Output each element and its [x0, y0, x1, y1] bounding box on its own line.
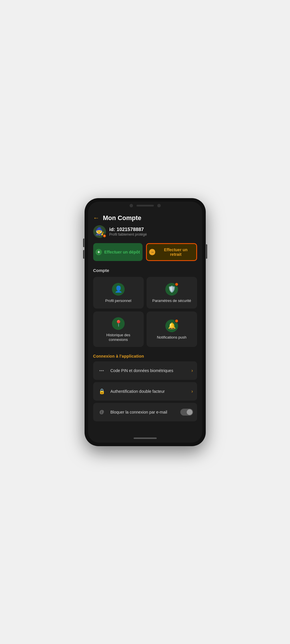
status-bar [88, 202, 202, 210]
historique-icon-wrap: 📍 [112, 317, 125, 330]
deposit-button[interactable]: + Effectuer un dépôt [93, 243, 143, 261]
profil-label: Profil personnel [105, 298, 131, 303]
lock-icon: 🔒 [97, 387, 106, 396]
volume-down-button[interactable] [83, 250, 84, 259]
withdraw-icon: → [149, 249, 156, 255]
compte-grid: 👤 Profil personnel 🛡️ Paramètres de sécu… [93, 277, 197, 347]
withdraw-button[interactable]: → Effectuer un retrait [146, 243, 197, 261]
power-button[interactable] [206, 244, 207, 259]
securite-label: Paramètres de sécurité [152, 298, 191, 303]
notifications-icon: 🔔 [168, 322, 176, 330]
connexion-section-title: Connexion à l'application [93, 354, 197, 358]
profile-id: id: 1021578887 [109, 227, 147, 232]
notifications-icon-wrap: 🔔 [165, 320, 178, 332]
home-bar [88, 434, 202, 443]
at-icon: @ [97, 408, 106, 417]
historique-label: Historique des connexions [97, 333, 140, 343]
profil-personnel-card[interactable]: 👤 Profil personnel [93, 277, 144, 309]
email-block-label: Bloquer la connexion par e-mail [111, 410, 176, 414]
deposit-icon: + [96, 249, 102, 255]
withdraw-label: Effectuer un retrait [158, 247, 194, 257]
2fa-chevron-icon: › [191, 389, 193, 394]
back-button[interactable]: ← [93, 214, 100, 222]
profil-icon-wrap: 👤 [112, 283, 125, 296]
pin-label: Code PIN et données biométriques [111, 368, 188, 373]
2fa-label: Authentification double facteur [111, 389, 188, 394]
home-indicator[interactable] [134, 438, 157, 439]
notifications-badge [175, 319, 179, 323]
notifications-card[interactable]: 🔔 Notifications push [147, 311, 197, 347]
toggle-thumb [187, 409, 192, 415]
phone-device: ← Mon Compte 🧙 ! id: 1021578887 Profil f… [85, 198, 206, 446]
deposit-label: Effectuer un dépôt [104, 250, 140, 254]
historique-icon: 📍 [115, 320, 122, 327]
historique-card[interactable]: 📍 Historique des connexions [93, 311, 144, 347]
email-block-item[interactable]: @ Bloquer la connexion par e-mail [93, 403, 197, 421]
email-block-toggle[interactable] [180, 409, 193, 416]
volume-up-button[interactable] [83, 239, 84, 247]
pin-item[interactable]: ••• Code PIN et données biométriques › [93, 361, 197, 380]
speaker [136, 205, 154, 206]
main-content: ← Mon Compte 🧙 ! id: 1021578887 Profil f… [88, 210, 202, 434]
camera-notch-2 [157, 204, 161, 207]
pin-chevron-icon: › [191, 368, 193, 373]
historique-icon-bg: 📍 [112, 317, 125, 330]
pin-icon: ••• [97, 366, 106, 375]
page-header: ← Mon Compte [93, 210, 197, 225]
securite-icon: 🛡️ [168, 286, 176, 293]
camera-notch [130, 204, 133, 207]
profil-icon: 👤 [115, 286, 122, 293]
action-buttons: + Effectuer un dépôt → Effectuer un retr… [93, 243, 197, 261]
2fa-item[interactable]: 🔒 Authentification double facteur › [93, 382, 197, 401]
phone-screen: ← Mon Compte 🧙 ! id: 1021578887 Profil f… [88, 202, 202, 443]
securite-icon-wrap: 🛡️ [165, 283, 178, 296]
notifications-label: Notifications push [157, 335, 187, 340]
securite-badge [175, 282, 179, 286]
securite-card[interactable]: 🛡️ Paramètres de sécurité [147, 277, 197, 309]
avatar-warning-badge: ! [102, 234, 106, 238]
avatar-container: 🧙 ! [93, 225, 106, 238]
profil-icon-bg: 👤 [112, 283, 125, 296]
profile-info: id: 1021578887 Profil faiblement protégé [109, 227, 147, 236]
compte-section-title: Compte [93, 268, 197, 273]
page-title: Mon Compte [103, 214, 141, 222]
profile-status: Profil faiblement protégé [109, 232, 147, 236]
profile-row: 🧙 ! id: 1021578887 Profil faiblement pro… [93, 225, 197, 238]
